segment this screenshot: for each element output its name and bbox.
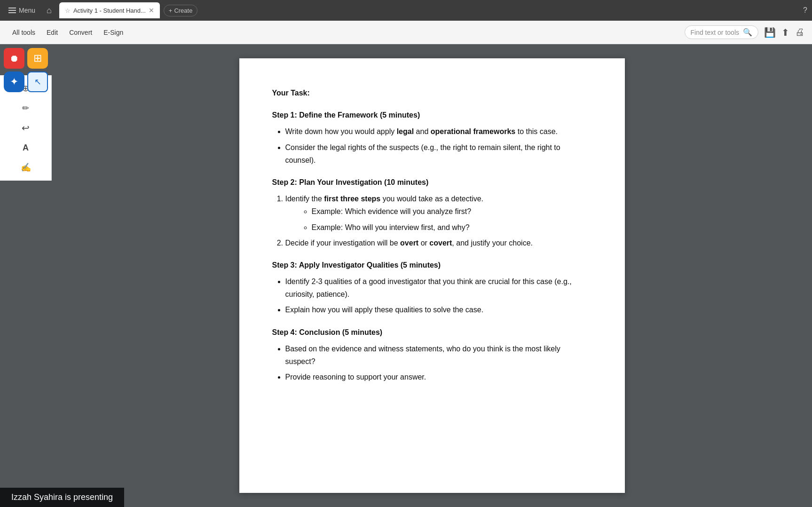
menu-button[interactable]: Menu: [5, 5, 39, 16]
grid-button[interactable]: ⊞: [27, 48, 48, 69]
step4-title: Step 4: Conclusion (5 minutes): [272, 326, 592, 339]
list-item: Explain how you will apply these qualiti…: [285, 303, 592, 316]
tab-star-icon: ☆: [65, 7, 71, 14]
tab-close-button[interactable]: ✕: [149, 7, 154, 14]
tab-title: Activity 1 - Student Hand...: [73, 7, 146, 14]
list-item: Example: Who will you interview first, a…: [312, 221, 592, 234]
signature-icon: ✍: [21, 162, 31, 173]
signature-tool[interactable]: ✍: [16, 158, 36, 177]
cursor-button[interactable]: ↖: [27, 71, 48, 92]
main-toolbar: All tools Edit Convert E-Sign Find text …: [0, 21, 812, 44]
help-icon[interactable]: ?: [803, 6, 807, 15]
your-task-heading: Your Task:: [272, 87, 592, 99]
print-icon[interactable]: 🖨: [795, 27, 804, 38]
step3-list: Identify 2-3 qualities of a good investi…: [272, 275, 592, 317]
menu-label: Menu: [19, 7, 35, 14]
list-item: Based on the evidence and witness statem…: [285, 342, 592, 368]
presenting-text: Izzah Syahira is presenting: [11, 492, 113, 502]
find-placeholder: Find text or tools: [691, 29, 740, 36]
titlebar: Menu ⌂ ☆ Activity 1 - Student Hand... ✕ …: [0, 0, 812, 21]
list-item: Example: Which evidence will you analyze…: [312, 205, 592, 218]
pencil-icon: ✏: [22, 103, 29, 113]
find-icon: 🔍: [743, 28, 752, 37]
create-label: Create: [174, 7, 192, 14]
top-icon-row: ⏺ ⊞: [4, 48, 48, 69]
list-item: Identify 2-3 qualities of a good investi…: [285, 275, 592, 301]
list-item: Consider the legal rights of the suspect…: [285, 141, 592, 166]
step2-sub-list: Example: Which evidence will you analyze…: [285, 205, 592, 233]
step3-title: Step 3: Apply Investigator Qualities (5 …: [272, 259, 592, 271]
save-icon[interactable]: 💾: [764, 27, 776, 38]
text-tool[interactable]: A: [16, 138, 36, 157]
new-tab-plus-icon: +: [169, 7, 173, 14]
list-item: Write down how you would apply legal and…: [285, 125, 592, 138]
hamburger-icon: [8, 8, 16, 13]
all-tools-nav[interactable]: All tools: [8, 26, 40, 39]
step1-title: Step 1: Define the Framework (5 minutes): [272, 109, 592, 121]
step4-list: Based on the evidence and witness statem…: [272, 342, 592, 384]
presenting-banner: Izzah Syahira is presenting: [0, 488, 124, 507]
active-tab[interactable]: ☆ Activity 1 - Student Hand... ✕: [59, 2, 160, 18]
upload-icon[interactable]: ⬆: [781, 27, 789, 38]
wand-icon: ✦: [10, 76, 18, 88]
grid-icon: ⊞: [33, 52, 42, 64]
find-bar[interactable]: Find text or tools 🔍: [685, 25, 759, 39]
pencil-tool[interactable]: ✏: [16, 99, 36, 118]
list-item: Decide if your investigation will be ove…: [285, 237, 592, 249]
document-page: Your Task: Step 1: Define the Framework …: [239, 58, 625, 493]
list-item: Provide reasoning to support your answer…: [285, 371, 592, 383]
step1-list: Write down how you would apply legal and…: [272, 125, 592, 166]
lasso-icon: ↩: [22, 122, 30, 134]
lasso-tool[interactable]: ↩: [16, 119, 36, 137]
edit-nav[interactable]: Edit: [42, 26, 63, 39]
wand-button[interactable]: ✦: [4, 71, 24, 92]
list-item: Identify the first three steps you would…: [285, 192, 592, 234]
step2-title: Step 2: Plan Your Investigation (10 minu…: [272, 176, 592, 189]
cursor-icon: ↖: [34, 77, 41, 87]
convert-nav[interactable]: Convert: [64, 26, 97, 39]
second-icon-row: ✦ ↖: [4, 71, 48, 92]
record-icon: ⏺: [9, 53, 19, 64]
titlebar-right: ?: [803, 6, 807, 15]
record-button[interactable]: ⏺: [4, 48, 24, 69]
step2-list: Identify the first three steps you would…: [272, 192, 592, 249]
document-area[interactable]: Your Task: Step 1: Define the Framework …: [52, 44, 812, 507]
toolbar-nav: All tools Edit Convert E-Sign: [8, 26, 128, 39]
toolbar-right: Find text or tools 🔍 💾 ⬆ 🖨: [685, 25, 805, 39]
esign-nav[interactable]: E-Sign: [99, 26, 128, 39]
home-button[interactable]: ⌂: [43, 4, 55, 17]
left-toolbar: ⏺ ⊞ ✦ ↖: [0, 44, 52, 96]
create-tab-button[interactable]: + Create: [164, 5, 198, 16]
text-icon: A: [23, 143, 29, 153]
